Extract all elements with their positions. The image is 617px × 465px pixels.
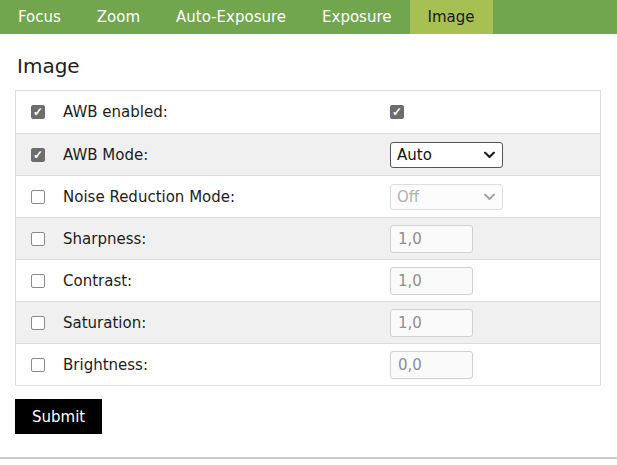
setting-row-brightness: Brightness:: [16, 343, 600, 385]
setting-row-contrast: Contrast:: [16, 259, 600, 301]
setting-row-awb-enabled: AWB enabled:: [16, 91, 600, 133]
awb-enabled-value-checkbox[interactable]: [390, 105, 404, 119]
awb-mode-row-checkbox[interactable]: [31, 148, 45, 162]
contrast-row-checkbox[interactable]: [31, 274, 45, 288]
sharpness-input[interactable]: [390, 225, 473, 253]
tab-image[interactable]: Image: [410, 0, 493, 34]
brightness-row-checkbox[interactable]: [31, 358, 45, 372]
awb-mode-label: AWB Mode:: [63, 146, 148, 164]
contrast-input[interactable]: [390, 267, 473, 295]
setting-row-noise-reduction: Noise Reduction Mode: Off: [16, 175, 600, 217]
sharpness-row-checkbox[interactable]: [31, 232, 45, 246]
noise-reduction-select[interactable]: Off: [390, 184, 503, 210]
setting-row-awb-mode: AWB Mode: Auto: [16, 133, 600, 175]
setting-row-sharpness: Sharpness:: [16, 217, 600, 259]
setting-row-saturation: Saturation:: [16, 301, 600, 343]
sharpness-label: Sharpness:: [63, 230, 146, 248]
awb-enabled-row-checkbox[interactable]: [31, 105, 45, 119]
saturation-label: Saturation:: [63, 314, 146, 332]
tab-focus[interactable]: Focus: [0, 0, 79, 34]
awb-enabled-label: AWB enabled:: [63, 103, 168, 121]
page-title: Image: [17, 54, 602, 78]
submit-button[interactable]: Submit: [15, 399, 102, 434]
noise-reduction-row-checkbox[interactable]: [31, 190, 45, 204]
footer-divider: [0, 457, 617, 459]
brightness-input[interactable]: [390, 351, 473, 379]
awb-mode-select[interactable]: Auto: [390, 142, 503, 168]
image-settings-table: AWB enabled: AWB Mode: Auto: [15, 90, 601, 386]
tab-exposure[interactable]: Exposure: [304, 0, 409, 34]
tab-zoom[interactable]: Zoom: [79, 0, 158, 34]
noise-reduction-label: Noise Reduction Mode:: [63, 188, 235, 206]
tab-bar: Focus Zoom Auto-Exposure Exposure Image: [0, 0, 617, 34]
contrast-label: Contrast:: [63, 272, 132, 290]
tab-auto-exposure[interactable]: Auto-Exposure: [158, 0, 304, 34]
saturation-input[interactable]: [390, 309, 473, 337]
brightness-label: Brightness:: [63, 356, 148, 374]
saturation-row-checkbox[interactable]: [31, 316, 45, 330]
main-content: Image AWB enabled: AWB Mode: Auto: [0, 54, 617, 434]
